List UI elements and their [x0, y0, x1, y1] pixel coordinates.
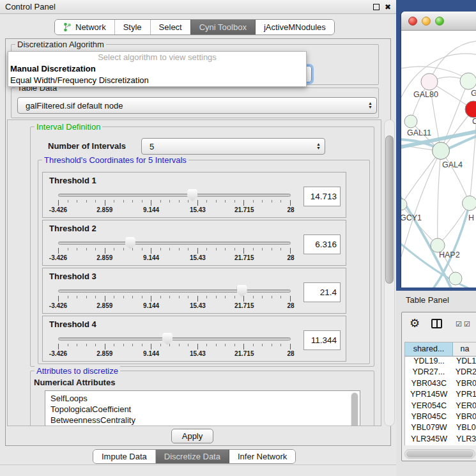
column-header-shared-name[interactable]: shared... [405, 342, 453, 357]
num-intervals-value: 5 [150, 142, 154, 151]
network-node-gal11[interactable] [404, 115, 417, 128]
cyni-toolbox-panel: Discretization Algorithm ▲ ▼ Table Data … [5, 38, 391, 446]
settings-viewport: Interval Definition Number of Intervals … [7, 119, 381, 426]
network-node-red-selected[interactable] [465, 101, 476, 118]
tab-cyni-toolbox[interactable]: Cyni Toolbox [191, 20, 256, 35]
dropdown-option-equal-width[interactable]: Equal Width/Frequency Discretization [8, 75, 306, 86]
slider-axis: -3.426 2.859 9.144 21.715 15.43 28 [58, 350, 291, 358]
network-canvas[interactable]: GAL80 GA C GAL11 GAL4 GCY1 H HAP2 [401, 31, 476, 288]
table-toolbar: ⚙ ☑ ☑ [402, 312, 476, 341]
numerical-attributes-label: Numerical Attributes [34, 378, 115, 387]
apply-button[interactable]: Apply [171, 429, 213, 443]
threshold-label: Threshold 2 [49, 224, 96, 233]
checkbox-icon[interactable]: ☑ [464, 320, 470, 328]
table-row[interactable]: YBR043C YBR0 [405, 379, 476, 390]
table-data-combobox[interactable]: galFiltered.sif default node ▲ ▼ [17, 97, 377, 114]
minimize-traffic-light[interactable] [422, 17, 431, 26]
zoom-traffic-light[interactable] [435, 17, 444, 26]
table-row[interactable]: YER054C YER0 [405, 401, 476, 412]
interval-definition-group: Interval Definition Number of Intervals … [30, 127, 374, 367]
threshold-value-field[interactable]: 11.344 [303, 330, 341, 350]
threshold-label: Threshold 1 [49, 176, 96, 185]
table-row[interactable]: YDR27... YDR2 [405, 367, 476, 378]
close-icon[interactable]: ✖ [385, 4, 391, 10]
node-table: shared... na YDL19... YDL1 YDR27... YDR2… [404, 342, 476, 445]
settings-scrollbar[interactable] [384, 119, 395, 426]
network-node-bottom[interactable] [449, 272, 462, 285]
tab-discretize-data[interactable]: Discretize Data [156, 450, 229, 463]
network-node-gal80[interactable] [421, 73, 438, 90]
column-header-name[interactable]: na [453, 342, 476, 357]
network-node-gcy1[interactable] [401, 199, 407, 210]
threshold-value-field[interactable]: 6.316 [303, 234, 341, 254]
network-window: GAL80 GA C GAL11 GAL4 GCY1 H HAP2 [401, 12, 476, 288]
threshold-row: Threshold 3 -3.426 2.859 9.144 15.43 21.… [42, 268, 346, 314]
list-item[interactable]: BetweennessCentrality [50, 415, 360, 426]
combo-stepper-icon[interactable]: ▲ ▼ [316, 142, 321, 150]
algorithm-group-title: Discretization Algorithm [15, 40, 106, 49]
dropdown-option-manual[interactable]: Manual Discretization [8, 63, 306, 75]
attributes-group-title: Attributes to discretize [35, 366, 120, 376]
tab-network[interactable]: Network [55, 20, 115, 35]
network-icon [63, 22, 72, 32]
panel-title: Control Panel [5, 2, 56, 12]
combo-stepper-icon[interactable]: ▲ ▼ [368, 102, 372, 109]
slider-axis: -3.426 2.859 9.144 15.43 21.715 28 [58, 206, 291, 215]
table-panel: ⚙ ☑ ☑ shared... na YDL19... YDL1 YDR27..… [401, 312, 476, 461]
network-node-top-right[interactable] [460, 73, 476, 89]
slider-track[interactable] [58, 194, 291, 197]
list-scrollbar[interactable] [351, 392, 358, 426]
network-node-h[interactable] [463, 196, 476, 211]
threshold-row: Threshold 1 -3.426 2.859 9.144 15.43 21.… [42, 172, 346, 218]
columns-icon[interactable] [431, 319, 442, 328]
table-row[interactable]: YLR345W YLR3 [405, 434, 476, 445]
dropdown-prompt: Select algorithm to view settings [8, 52, 306, 63]
slider-ticks [58, 248, 291, 254]
slider-track[interactable] [58, 289, 291, 293]
table-horizontal-scrollbar[interactable] [404, 449, 475, 459]
node-label: GAL80 [413, 90, 438, 99]
gear-icon[interactable]: ⚙ [410, 317, 420, 330]
table-row[interactable]: YDL19... YDL1 [405, 357, 476, 367]
threshold-row: Threshold 4 -3.426 2.859 9.144 21.715 15… [42, 316, 346, 362]
num-intervals-combobox[interactable]: 5 ▲ ▼ [141, 138, 325, 155]
algorithm-dropdown-list: Select algorithm to view settings Manual… [8, 51, 307, 87]
node-label: GA [471, 89, 476, 98]
table-row[interactable]: YBL079W YBL0 [405, 423, 476, 434]
table-data-selected: galFiltered.sif default node [26, 101, 123, 111]
tab-style[interactable]: Style [115, 20, 151, 35]
network-window-frame: GAL80 GA C GAL11 GAL4 GCY1 H HAP2 [396, 0, 476, 291]
close-traffic-light[interactable] [408, 17, 417, 26]
table-row[interactable]: YBR045C YBR0 [405, 412, 476, 423]
panel-titlebar: Control Panel ✖ [0, 0, 396, 14]
scrollbar-thumb[interactable] [385, 135, 394, 284]
table-row[interactable]: YPR145W YPR1 [405, 390, 476, 401]
panel-bottom-divider [0, 464, 396, 465]
tab-jactivemnodules[interactable]: jActiveMNodules [256, 20, 334, 35]
node-label: GAL4 [442, 160, 463, 169]
threshold-value-field[interactable]: 14.713 [303, 187, 341, 206]
table-panel-region: Table Panel ⚙ ☑ ☑ shared... na YDL19... … [396, 291, 476, 476]
table-data-group: Table Data galFiltered.sif default node … [11, 88, 379, 118]
network-node-gal4[interactable] [433, 142, 450, 160]
slider-track[interactable] [58, 242, 291, 245]
top-tab-bar: Network Style Select Cyni Toolbox jActiv… [54, 19, 335, 35]
slider-ticks [58, 344, 291, 349]
node-label: C [472, 117, 476, 126]
scrollbar-thumb[interactable] [406, 450, 473, 457]
tab-impute-data[interactable]: Impute Data [93, 450, 156, 463]
bottom-tab-bar: Impute Data Discretize Data Infer Networ… [93, 449, 296, 464]
tab-infer-network[interactable]: Infer Network [229, 450, 295, 463]
float-window-icon[interactable] [373, 4, 380, 10]
node-label: GAL11 [407, 128, 431, 137]
threshold-value-field[interactable]: 21.4 [303, 282, 341, 302]
interval-definition-title: Interval Definition [35, 122, 102, 132]
list-item[interactable]: TopologicalCoefficient [50, 404, 360, 415]
slider-ticks [58, 296, 291, 302]
checkbox-icon[interactable]: ☑ [456, 320, 462, 328]
network-window-titlebar[interactable] [401, 12, 476, 31]
tab-select[interactable]: Select [151, 20, 191, 35]
list-item[interactable]: SelfLoops [50, 393, 360, 404]
threshold-row: Threshold 2 -3.426 2.859 9.144 15.43 21.… [42, 220, 346, 266]
slider-track[interactable] [58, 337, 291, 341]
